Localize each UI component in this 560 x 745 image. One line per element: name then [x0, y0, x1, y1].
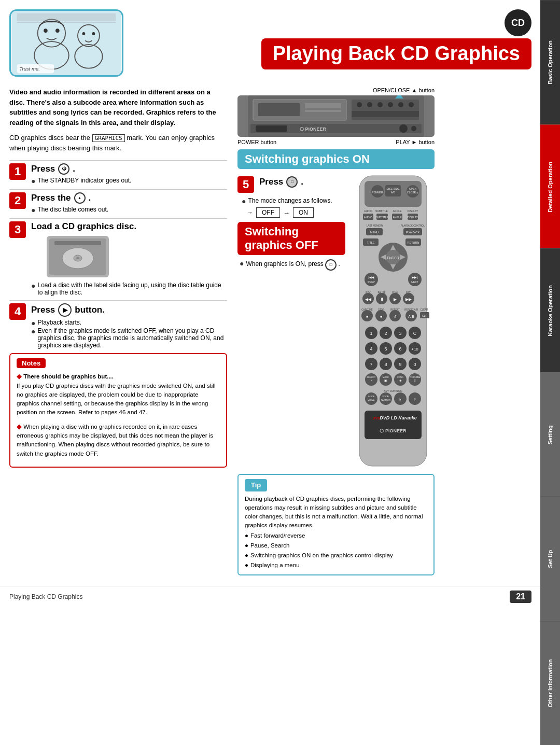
svg-text:TITLE: TITLE: [367, 241, 375, 244]
svg-text:■: ■: [366, 315, 368, 318]
step-1-note-1: ● The STANDBY indicator goes out.: [31, 177, 227, 185]
page-title-background: Playing Back CD Graphics: [261, 38, 531, 69]
manga-illustration: Trust me.: [9, 9, 123, 77]
svg-rect-17: [54, 241, 101, 245]
tip-intro: During playback of CD graphics discs, pe…: [245, 495, 427, 530]
step-3-number: 3: [9, 221, 26, 238]
svg-point-16: [76, 257, 79, 259]
step-4-note-2: ● Even if the graphics mode is switched …: [31, 327, 227, 349]
tip-title: Tip: [245, 479, 267, 491]
tab-basic-operation[interactable]: Basic Operation: [540, 0, 560, 124]
left-column: Video and audio information is recorded …: [9, 87, 227, 575]
svg-text:ANGLE: ANGLE: [393, 209, 402, 213]
step5-area: 5 Press □ . ● The mode changes as follow…: [237, 176, 345, 474]
svg-point-76: [365, 273, 378, 286]
svg-text:DISPLAY: DISPLAY: [408, 216, 418, 219]
right-column: OPEN/CLOSE ▲ button: [237, 87, 435, 575]
svg-text:LAST MEMORY: LAST MEMORY: [367, 224, 384, 227]
open-close-button-icon: ▲: [74, 192, 86, 204]
svg-text:A/B: A/B: [391, 191, 396, 194]
svg-text:■: ■: [380, 315, 382, 318]
step-3-content: Load a CD graphics disc. ● Load a disc w…: [31, 221, 227, 296]
mode-flow: → OFF → ON: [247, 207, 345, 218]
tip-bullet-4: ● Displaying a menu: [245, 561, 427, 570]
svg-text:PLAYBACK CONTROL: PLAYBACK CONTROL: [401, 224, 425, 227]
svg-text:9: 9: [399, 362, 401, 367]
svg-text:+10: +10: [411, 347, 418, 352]
svg-text:1: 1: [370, 331, 372, 336]
step-5-note: ● The mode changes as follows. → OFF → O…: [242, 197, 345, 218]
svg-text:CLOSE▲: CLOSE▲: [407, 191, 418, 194]
step-4-content: Press ▶ button. ● Playback starts. ● Eve…: [31, 303, 227, 349]
step-2-number: 2: [9, 192, 26, 209]
svg-text:ANGLE: ANGLE: [393, 216, 402, 219]
svg-text:AUDIO: AUDIO: [364, 209, 372, 213]
svg-text:♯: ♯: [414, 397, 416, 402]
intro-note: CD graphics discs bear the GRAPHICS mark…: [9, 133, 227, 153]
step5-and-remote: 5 Press □ . ● The mode changes as follow…: [237, 173, 435, 474]
svg-text:SUBTITLE: SUBTITLE: [376, 216, 389, 219]
step-4: 4 Press ▶ button. ● Playback starts. ● E…: [9, 303, 227, 349]
svg-point-34: [399, 124, 408, 133]
tab-setup[interactable]: Set Up: [540, 497, 560, 621]
svg-text:7: 7: [370, 362, 372, 367]
svg-text:▶▶|: ▶▶|: [412, 276, 418, 279]
svg-text:MODE: MODE: [383, 376, 389, 378]
svg-text:DVD: DVD: [373, 416, 381, 420]
note-item-2: ◆ When playing a disc with no graphics r…: [17, 421, 220, 458]
title-block: CD Playing Back CD Graphics: [134, 9, 531, 69]
play-button-icon: ▶: [58, 303, 72, 317]
tip-section: Tip During playback of CD graphics discs…: [237, 474, 435, 575]
switching-on-header: Switching graphics ON: [237, 149, 435, 169]
tab-karaoke-operation[interactable]: Karaoke Operation: [540, 248, 560, 373]
svg-text:DISC SIDE: DISC SIDE: [386, 187, 400, 190]
step-1-title: Press ⏻ .: [31, 163, 227, 175]
step-5-content: Press □ .: [259, 176, 345, 188]
tab-other-info[interactable]: Other Information: [540, 621, 560, 746]
svg-text:KEY CONTROL: KEY CONTROL: [384, 389, 402, 392]
tip-bullet-2: ● Pause, Search: [245, 541, 427, 550]
svg-rect-23: [305, 110, 341, 112]
svg-text:VOCAL: VOCAL: [382, 395, 389, 398]
step-5: 5 Press □ .: [237, 176, 345, 193]
step-1: 1 Press ⏻ . ● The STANDBY indicator goes…: [9, 163, 227, 185]
svg-text:POWER: POWER: [372, 191, 384, 194]
page-header: Trust me. CD Playing Back CD Graphics: [0, 0, 560, 82]
bottom-bar: Playing Back CD Graphics 21: [0, 586, 560, 607]
tab-detailed-operation[interactable]: Detailed Operation: [540, 124, 560, 249]
svg-rect-9: [17, 13, 116, 21]
note-item-1: ◆ There should be graphics but.... If yo…: [17, 371, 220, 417]
svg-point-79: [408, 273, 422, 286]
svg-text:♪: ♪: [371, 379, 372, 382]
svg-text:▶: ▶: [394, 297, 397, 302]
svg-text:NEXT: NEXT: [411, 280, 418, 284]
main-content: Video and audio information is recorded …: [0, 82, 560, 581]
cd-disc-image: [47, 236, 109, 277]
svg-text:⏸: ⏸: [380, 297, 384, 302]
svg-point-25: [357, 102, 362, 107]
svg-text:C: C: [413, 331, 417, 336]
svg-text:0: 0: [413, 362, 416, 367]
remote-svg: POWER DISC SIDE A/B OPEN CLOSE▲ AUDIO AU…: [352, 173, 435, 474]
notes-title: Notes: [17, 358, 46, 368]
remote-control-image: POWER DISC SIDE A/B OPEN CLOSE▲ AUDIO AU…: [352, 173, 435, 474]
tab-setting[interactable]: Setting: [540, 373, 560, 497]
step-3-note-1: ● Load a disc with the label side facing…: [31, 282, 227, 296]
step-4-title: Press ▶ button.: [31, 303, 227, 317]
svg-point-30: [409, 102, 414, 107]
notes-section: Notes ◆ There should be graphics but....…: [9, 353, 227, 468]
svg-text:PARTNER: PARTNER: [381, 399, 391, 401]
svg-text:MENU: MENU: [370, 231, 379, 234]
step-2-content: Press the ▲ . ● The disc table comes out…: [31, 192, 227, 214]
step-1-content: Press ⏻ . ● The STANDBY indicator goes o…: [31, 163, 227, 185]
switching-off-note: ● When graphics is ON, press □ .: [240, 259, 345, 271]
svg-text:DISPLAY: DISPLAY: [408, 209, 418, 213]
svg-text:CLEAR: CLEAR: [420, 308, 428, 311]
svg-text:COND: COND: [397, 376, 403, 378]
svg-text:6: 6: [399, 346, 401, 352]
dvd-player-image: ⬡ PIONEER: [237, 95, 435, 137]
svg-rect-10: [17, 22, 116, 23]
step-2-notes: ● The disc table comes out.: [31, 206, 227, 214]
step-4-notes: ● Playback starts. ● Even if the graphic…: [31, 319, 227, 349]
svg-text:MELODY: MELODY: [367, 376, 376, 378]
